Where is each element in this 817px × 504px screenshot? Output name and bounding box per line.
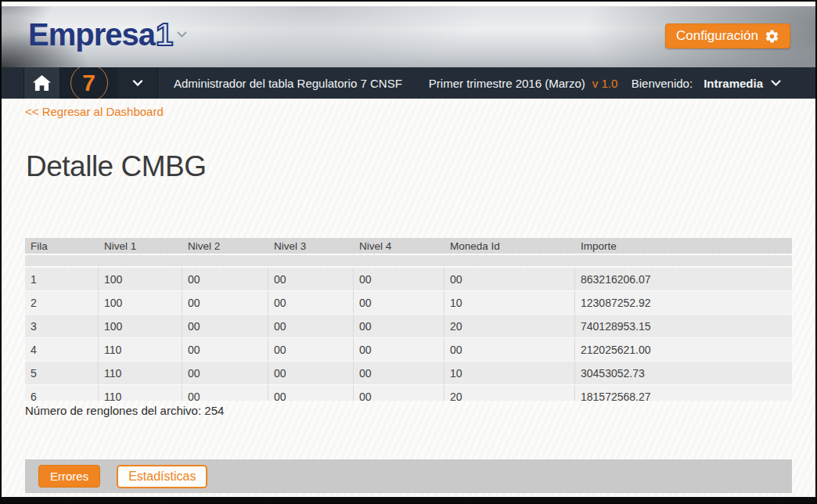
column-header-nivel1[interactable]: Nivel 1 — [99, 240, 182, 252]
errors-button[interactable]: Errores — [38, 465, 100, 488]
brand-header: Empresa1 Configuración — [2, 6, 815, 67]
table-cell: 100 — [99, 291, 182, 314]
column-header-nivel3[interactable]: Nivel 3 — [268, 240, 354, 252]
main-navbar: 7 Administrador del tabla Regulatorio 7 … — [2, 67, 815, 99]
table-header-row: Fila Nivel 1 Nivel 2 Nivel 3 Nivel 4 Mon… — [25, 238, 792, 254]
logo-text: Empresa — [28, 17, 155, 52]
table-row: 110000000000863216206.07 — [25, 268, 792, 291]
statistics-button[interactable]: Estadísticas — [117, 465, 207, 488]
table-cell: 00 — [268, 338, 354, 361]
period-label: Primer trimestre 2016 (Marzo) — [429, 77, 585, 90]
table-row: 51100000001030453052.73 — [25, 362, 792, 385]
version-label: v 1.0 — [592, 77, 618, 90]
column-header-nivel4[interactable]: Nivel 4 — [354, 240, 444, 252]
column-header-nivel2[interactable]: Nivel 2 — [182, 240, 268, 252]
table-cell: 100 — [99, 315, 182, 337]
table-cell: 5 — [25, 362, 99, 384]
navbar-spacer — [2, 67, 24, 99]
table-number-badge[interactable]: 7 — [60, 67, 117, 99]
table-cell: 20 — [444, 315, 575, 337]
table-cell: 110 — [99, 338, 182, 361]
chevron-down-icon[interactable] — [177, 31, 187, 38]
column-header-moneda[interactable]: Moneda Id — [444, 240, 575, 252]
home-button[interactable] — [24, 67, 60, 99]
table-row: 310000000020740128953.15 — [25, 315, 792, 338]
table-cell: 1 — [25, 268, 99, 290]
table-body: 110000000000863216206.072100000000101230… — [25, 268, 792, 401]
table-row: 411000000000212025621.00 — [25, 338, 792, 362]
table-cell: 00 — [354, 291, 444, 314]
table-cell: 00 — [444, 338, 575, 361]
table-cell: 00 — [182, 362, 268, 384]
bottom-strip — [2, 497, 815, 502]
table-cell: 00 — [268, 362, 354, 384]
user-menu[interactable]: Bienvenido:Intramedia — [632, 77, 781, 90]
table-cell: 740128953.15 — [575, 315, 792, 337]
app-window: Empresa1 Configuración 7 — [0, 0, 817, 504]
table-cell: 00 — [354, 338, 444, 361]
cmbg-table: Fila Nivel 1 Nivel 2 Nivel 3 Nivel 4 Mon… — [25, 238, 792, 401]
table-cell: 00 — [182, 385, 268, 401]
table-cell: 100 — [99, 268, 182, 290]
badge-number: 7 — [82, 67, 95, 99]
table-cell: 00 — [444, 268, 575, 290]
table-cell: 00 — [354, 362, 444, 384]
table-cell: 3 — [25, 315, 99, 337]
table-cell: 00 — [268, 315, 354, 337]
configuration-button-label: Configuración — [676, 28, 758, 44]
chevron-down-icon — [771, 80, 781, 87]
table-cell: 00 — [268, 291, 354, 314]
table-cell: 00 — [268, 385, 354, 401]
logo-number: 1 — [156, 17, 172, 52]
home-icon — [33, 75, 51, 92]
table-cell: 10 — [444, 362, 575, 384]
welcome-label: Bienvenido: — [632, 77, 693, 90]
table-cell: 2 — [25, 291, 99, 314]
table-cell: 00 — [354, 268, 444, 290]
table-cell: 863216206.07 — [575, 268, 792, 290]
table-cell: 6 — [25, 385, 99, 401]
table-cell: 00 — [182, 338, 268, 361]
table-row: 611000000020181572568.27 — [25, 385, 792, 401]
table-cell: 00 — [182, 315, 268, 337]
table-cell: 00 — [354, 385, 444, 401]
app-title: Administrador del tabla Regulatorio 7 CN… — [174, 77, 402, 90]
table-filter-row — [25, 255, 792, 266]
table-cell: 10 — [444, 291, 575, 314]
table-cell: 00 — [182, 291, 268, 314]
table-cell: 00 — [268, 268, 354, 290]
table-cell: 00 — [182, 268, 268, 290]
back-to-dashboard-link[interactable]: << Regresar al Dashboard — [25, 105, 164, 118]
user-name: Intramedia — [704, 77, 763, 90]
row-count-label: Número de renglones del archivo: 254 — [25, 404, 815, 417]
table-selector-dropdown[interactable] — [117, 67, 158, 99]
action-bar: Errores Estadísticas — [25, 459, 792, 493]
table-row: 210000000010123087252.92 — [25, 291, 792, 315]
table-cell: 00 — [354, 315, 444, 337]
company-logo: Empresa1 — [28, 17, 187, 52]
table-cell: 123087252.92 — [575, 291, 792, 314]
table-cell: 4 — [25, 338, 99, 361]
table-cell: 110 — [99, 385, 182, 401]
table-cell: 30453052.73 — [575, 362, 792, 384]
table-cell: 20 — [444, 385, 575, 401]
page-title: Detalle CMBG — [26, 150, 815, 183]
column-header-importe[interactable]: Importe — [575, 240, 792, 252]
table-cell: 110 — [99, 362, 182, 384]
table-cell: 212025621.00 — [575, 338, 792, 361]
table-cell: 181572568.27 — [575, 385, 792, 401]
column-header-fila[interactable]: Fila — [25, 240, 99, 252]
chevron-down-icon — [132, 80, 143, 87]
gear-icon — [765, 29, 779, 44]
configuration-button[interactable]: Configuración — [665, 23, 790, 49]
